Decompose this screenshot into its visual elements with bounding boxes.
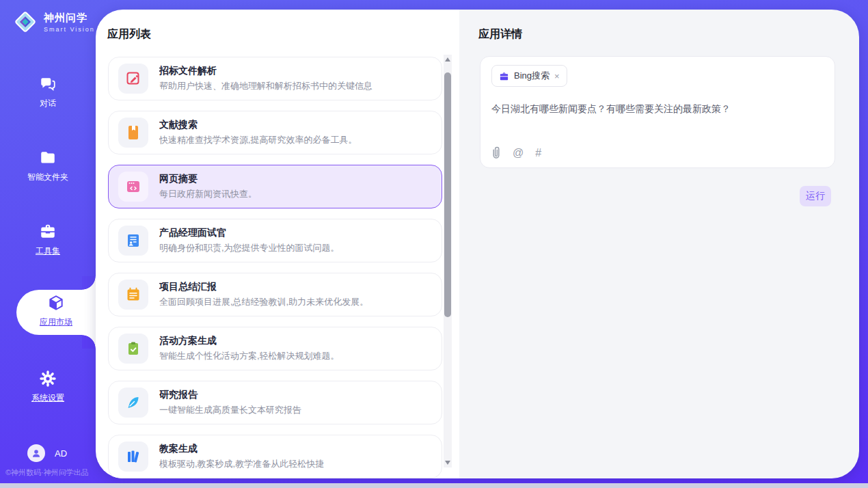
app-card-desc: 每日政府新闻资讯快查。: [159, 188, 257, 200]
folder-icon: [39, 149, 57, 167]
cube-icon: [47, 294, 65, 312]
app-card-desc: 模板驱动,教案秒成,教学准备从此轻松快捷: [159, 458, 324, 470]
brand-name: 神州问学: [44, 12, 95, 25]
app-card-title: 文献搜索: [159, 119, 357, 131]
sidebar-item-chat[interactable]: 对话: [0, 75, 96, 109]
app-card-list: 招标文件解析 帮助用户快速、准确地理解和解析招标书中的关键信息 文献搜索 快速精…: [108, 57, 442, 478]
app-card-desc: 智能生成个性化活动方案,轻松解决规划难题。: [159, 350, 340, 362]
scroll-down-arrow[interactable]: [444, 458, 452, 467]
app-card-pm-interviewer[interactable]: 产品经理面试官 明确身份和职责,为您提供专业性的面试问题。: [108, 219, 442, 262]
prompt-card: Bing搜索 × 今日湖北有哪些新闻要点？有哪些需要关注的最新政策？ @ #: [480, 56, 835, 168]
triangle-down-icon: [445, 461, 450, 465]
sidebar-item-app-market[interactable]: 应用市场: [16, 294, 96, 328]
app-card-desc: 全面回顾项目进展,总结经验教训,助力未来优化发展。: [159, 296, 368, 308]
sidebar-item-toolset[interactable]: 工具集: [0, 223, 96, 257]
tool-chip-label: Bing搜索: [514, 70, 550, 82]
attachment-toolbar: @ #: [491, 146, 541, 159]
sidebar-item-settings[interactable]: 系统设置: [0, 370, 96, 404]
avatar: [27, 444, 45, 462]
app-list-title: 应用列表: [107, 27, 151, 42]
app-icon-box: [118, 118, 148, 148]
mention-icon[interactable]: @: [513, 147, 524, 159]
app-detail-title: 应用详情: [478, 27, 522, 42]
app-card-project-summary[interactable]: 项目总结汇报 全面回顾项目进展,总结经验教训,助力未来优化发展。: [108, 273, 442, 316]
app-card-desc: 明确身份和职责,为您提供专业性的面试问题。: [159, 242, 340, 254]
hash-icon[interactable]: #: [535, 147, 541, 159]
diamond-logo-icon: [12, 9, 38, 35]
sidebar-item-label: 应用市场: [40, 316, 72, 328]
tab-connector-bottom: [82, 335, 96, 349]
scroll-up-arrow[interactable]: [444, 55, 452, 64]
app-list-panel: 应用列表 招标文件解析 帮助用户快速、准确地理解和解析招标书中的关键信息: [96, 10, 459, 478]
app-card-title: 教案生成: [159, 443, 324, 455]
sidebar-item-smart-folder[interactable]: 智能文件夹: [0, 149, 96, 183]
app-icon-box: [118, 226, 148, 256]
app-icon-box: [118, 334, 148, 364]
copyright-text: ©神州数码·神州问学出品: [5, 467, 89, 478]
sidebar-item-label: 智能文件夹: [27, 172, 68, 183]
window-bottom-edge: [0, 483, 868, 488]
app-icon-box: [118, 172, 148, 202]
sidebar: 神州问学 Smart Vision 对话 智能文件夹 工具集: [0, 0, 96, 488]
sidebar-item-label: 系统设置: [31, 392, 64, 404]
book-icon: [125, 124, 141, 141]
app-card-title: 活动方案生成: [159, 335, 340, 347]
calendar-report-icon: [125, 286, 141, 303]
app-icon-box: [118, 64, 148, 94]
app-card-title: 网页摘要: [159, 173, 257, 185]
user-name: AD: [55, 448, 67, 459]
query-text[interactable]: 今日湖北有哪些新闻要点？有哪些需要关注的最新政策？: [491, 103, 824, 116]
app-card-bid-parse[interactable]: 招标文件解析 帮助用户快速、准确地理解和解析招标书中的关键信息: [108, 57, 442, 100]
app-card-webpage-summary[interactable]: 网页摘要 每日政府新闻资讯快查。: [108, 165, 442, 208]
quill-icon: [125, 394, 141, 411]
app-card-desc: 帮助用户快速、准确地理解和解析招标书中的关键信息: [159, 80, 372, 92]
app-card-research-report[interactable]: 研究报告 一键智能生成高质量长文本研究报告: [108, 381, 442, 424]
app-icon-box: [118, 280, 148, 310]
briefcase-icon: [499, 71, 509, 81]
scrollbar-thumb[interactable]: [444, 72, 451, 317]
user-account[interactable]: AD: [27, 444, 67, 462]
run-button[interactable]: 运行: [800, 186, 831, 206]
triangle-up-icon: [445, 57, 450, 62]
app-card-activity-plan[interactable]: 活动方案生成 智能生成个性化活动方案,轻松解决规划难题。: [108, 327, 442, 370]
brand-logo: 神州问学 Smart Vision: [12, 9, 95, 35]
interview-doc-icon: [125, 232, 141, 249]
sidebar-item-label: 对话: [40, 98, 56, 109]
app-card-title: 招标文件解析: [159, 65, 372, 77]
tool-chip-bing-search[interactable]: Bing搜索 ×: [491, 65, 567, 87]
app-card-title: 项目总结汇报: [159, 281, 368, 293]
app-card-desc: 一键智能生成高质量长文本研究报告: [159, 404, 301, 416]
paperclip-icon[interactable]: [491, 146, 501, 159]
app-card-lesson-plan[interactable]: 教案生成 模板驱动,教案秒成,教学准备从此轻松快捷: [108, 435, 442, 478]
chat-icon: [39, 75, 57, 93]
books-icon: [125, 448, 141, 465]
app-card-desc: 快速精准查找学术资源,提高研究效率的必备工具。: [159, 134, 357, 146]
app-card-title: 产品经理面试官: [159, 227, 340, 239]
app-card-title: 研究报告: [159, 389, 301, 401]
app-detail-panel: 应用详情 Bing搜索 × 今日湖北有哪些新闻要点？有哪些需要关注的最新政策？ …: [459, 10, 859, 478]
webpage-icon: [125, 178, 141, 195]
tab-connector-top: [82, 276, 96, 290]
person-icon: [31, 448, 42, 459]
chip-close-icon[interactable]: ×: [554, 72, 560, 81]
gear-icon: [39, 370, 57, 388]
list-scrollbar[interactable]: [444, 55, 452, 467]
clipboard-check-icon: [125, 340, 141, 357]
sidebar-item-label: 工具集: [36, 245, 60, 257]
app-icon-box: [118, 442, 148, 472]
brand-subtitle: Smart Vision: [44, 26, 95, 33]
toolbox-icon: [39, 223, 57, 241]
bid-document-icon: [125, 70, 141, 87]
main-content: 应用列表 招标文件解析 帮助用户快速、准确地理解和解析招标书中的关键信息: [96, 10, 859, 478]
app-icon-box: [118, 388, 148, 418]
app-card-literature-search[interactable]: 文献搜索 快速精准查找学术资源,提高研究效率的必备工具。: [108, 111, 442, 154]
